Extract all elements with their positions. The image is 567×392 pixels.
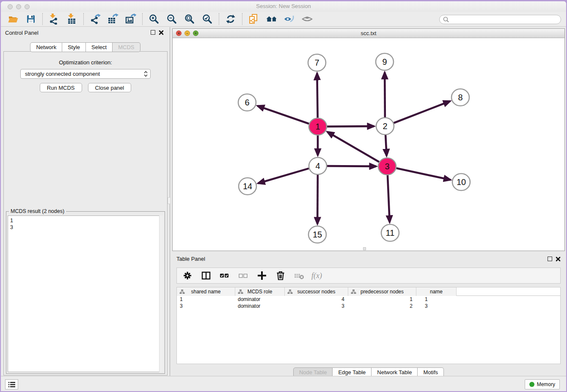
import-network-icon[interactable] xyxy=(45,13,63,25)
edge-4-3[interactable] xyxy=(327,166,376,166)
table-cell[interactable]: 1 xyxy=(416,296,457,303)
node-table[interactable]: shared nameMCDS rolesuccessor nodesprede… xyxy=(176,287,561,364)
gear-icon[interactable] xyxy=(181,269,194,282)
search-icon xyxy=(443,17,449,22)
refresh-icon[interactable] xyxy=(222,13,239,25)
home-icon[interactable] xyxy=(263,13,281,25)
graph-node-10[interactable]: 10 xyxy=(452,174,470,190)
svg-text:7: 7 xyxy=(314,58,319,67)
edge-3-1[interactable] xyxy=(328,132,379,162)
graph-node-2[interactable]: 2 xyxy=(376,118,394,135)
edge-3-11[interactable] xyxy=(388,175,390,222)
add-column-icon[interactable] xyxy=(256,269,268,282)
graph-node-8[interactable]: 8 xyxy=(451,89,469,106)
table-cell[interactable]: 3 xyxy=(416,303,457,309)
delete-column-icon[interactable] xyxy=(274,269,287,282)
task-history-button[interactable] xyxy=(5,379,18,389)
graph-node-14[interactable]: 14 xyxy=(239,178,256,195)
save-icon[interactable] xyxy=(22,13,40,25)
export-table-icon[interactable] xyxy=(104,13,122,25)
zoom-fit-icon[interactable] xyxy=(181,13,198,25)
column-header-predecessor-nodes[interactable]: predecessor nodes xyxy=(348,287,416,296)
table-row[interactable]: 3dominator323 xyxy=(177,303,560,309)
canvas-grip[interactable] xyxy=(363,247,366,250)
edge-4-14[interactable] xyxy=(258,168,309,183)
table-cell[interactable]: dominator xyxy=(235,303,285,309)
table-cell[interactable]: 1 xyxy=(177,296,235,303)
column-header-name[interactable]: name xyxy=(416,287,457,296)
search-field[interactable] xyxy=(439,15,561,24)
table-cell[interactable]: 3 xyxy=(285,303,348,309)
graph-node-1[interactable]: 1 xyxy=(309,118,327,135)
criterion-dropdown[interactable]: strongly connected component xyxy=(20,69,151,79)
edge-1-2[interactable] xyxy=(327,126,374,127)
table-row[interactable]: 1dominator411 xyxy=(177,296,560,303)
control-panel: Control Panel NetworkStyleSelectMCDS Opt… xyxy=(1,27,170,376)
float-table-panel-icon[interactable] xyxy=(548,257,552,261)
memory-label: Memory xyxy=(537,381,555,387)
svg-text:14: 14 xyxy=(243,182,252,191)
search-input[interactable] xyxy=(451,17,561,22)
table-cell[interactable]: 1 xyxy=(348,296,416,303)
export-network-icon[interactable] xyxy=(86,13,104,25)
column-layout-icon[interactable] xyxy=(200,269,212,282)
zoom-in-icon[interactable] xyxy=(145,13,163,25)
graph-node-6[interactable]: 6 xyxy=(238,94,256,111)
control-tab-mcds[interactable]: MCDS xyxy=(113,42,140,52)
import-table-icon[interactable] xyxy=(63,13,81,25)
function-builder-icon[interactable]: f(x) xyxy=(311,271,322,280)
float-panel-icon[interactable] xyxy=(151,30,155,35)
network-window-titlebar[interactable]: ✕ − + scc.txt xyxy=(173,29,564,38)
edge-1-7[interactable] xyxy=(317,73,317,118)
run-mcds-button[interactable]: Run MCDS xyxy=(40,83,82,92)
control-tab-select[interactable]: Select xyxy=(86,42,113,52)
mcds-result-legend: MCDS result (2 nodes) xyxy=(9,208,66,214)
edge-4-15[interactable] xyxy=(317,175,318,224)
mcds-result-item: 1 xyxy=(10,217,161,224)
select-all-checkboxes-icon[interactable] xyxy=(218,269,231,282)
deselect-all-checkboxes-icon[interactable] xyxy=(237,269,250,282)
main-toolbar xyxy=(1,12,566,27)
control-tab-network[interactable]: Network xyxy=(30,42,62,52)
graph-node-4[interactable]: 4 xyxy=(309,157,327,174)
table-cell[interactable]: 4 xyxy=(285,296,348,303)
edge-2-9[interactable] xyxy=(385,72,385,117)
clone-network-icon[interactable] xyxy=(245,13,263,25)
graph-node-7[interactable]: 7 xyxy=(308,54,326,71)
close-table-panel-icon[interactable] xyxy=(556,257,561,262)
table-cell[interactable]: dominator xyxy=(235,296,285,303)
table-panel: Table Panel xyxy=(172,254,565,376)
graph-node-15[interactable]: 15 xyxy=(308,226,326,243)
edge-1-6[interactable] xyxy=(258,106,309,124)
hide-graphics-details-icon[interactable] xyxy=(298,13,316,25)
zoom-out-icon[interactable] xyxy=(163,13,181,25)
open-folder-icon[interactable] xyxy=(4,13,22,25)
column-header-shared-name[interactable]: shared name xyxy=(177,287,235,296)
panel-splitter-handle[interactable] xyxy=(168,197,171,204)
zoom-selected-icon[interactable] xyxy=(198,13,216,25)
memory-button[interactable]: Memory xyxy=(525,379,560,389)
graph-node-11[interactable]: 11 xyxy=(381,224,399,241)
edge-3-10[interactable] xyxy=(396,168,451,179)
delete-table-icon[interactable] xyxy=(293,269,306,282)
edge-2-8[interactable] xyxy=(394,101,450,123)
graph-node-3[interactable]: 3 xyxy=(378,158,396,175)
close-panel-icon[interactable] xyxy=(159,30,164,35)
result-scrollbar[interactable] xyxy=(159,215,163,372)
column-header-MCDS-role[interactable]: MCDS role xyxy=(235,287,285,296)
column-header-successor-nodes[interactable]: successor nodes xyxy=(285,287,348,296)
table-cell[interactable]: 2 xyxy=(348,303,416,309)
control-tab-style[interactable]: Style xyxy=(62,42,86,52)
svg-text:6: 6 xyxy=(245,98,249,107)
mcds-result-item: 3 xyxy=(10,224,161,231)
table-cell[interactable]: 3 xyxy=(177,303,235,309)
export-image-icon[interactable] xyxy=(122,13,140,25)
close-panel-button[interactable]: Close panel xyxy=(88,83,132,92)
toolbar-separator xyxy=(142,13,143,25)
network-canvas[interactable]: 1234678910111415 xyxy=(173,39,564,251)
graph-node-9[interactable]: 9 xyxy=(376,53,394,70)
show-graphics-details-icon[interactable] xyxy=(281,13,298,25)
svg-text:2: 2 xyxy=(383,121,387,131)
mcds-result-list[interactable]: 13 xyxy=(8,215,163,372)
edge-2-3[interactable] xyxy=(385,135,386,156)
